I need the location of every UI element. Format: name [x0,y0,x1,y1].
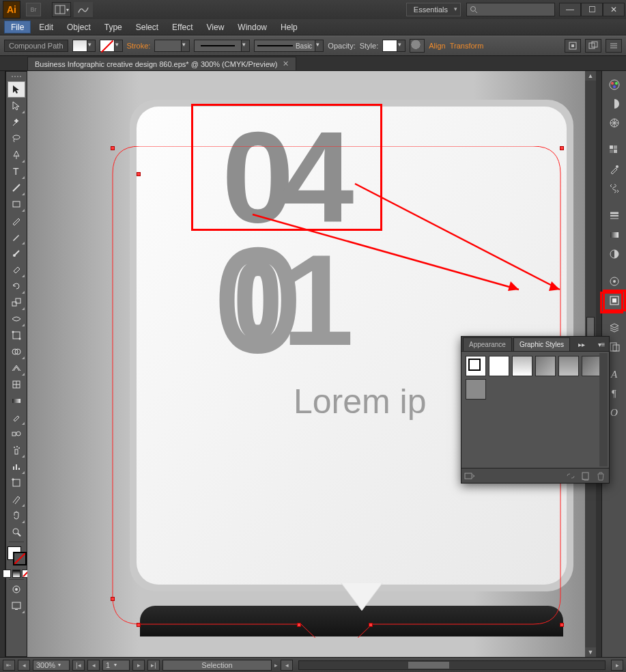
menu-edit[interactable]: Edit [32,19,60,35]
shape-builder-tool[interactable] [8,344,25,360]
graphic-styles-icon[interactable] [605,292,624,309]
swatches-icon[interactable] [605,141,624,159]
menu-object[interactable]: Object [60,19,98,35]
hscroll-left-icon[interactable]: ◂ [281,660,293,671]
nav-prev-icon[interactable]: ◂ [87,660,100,671]
variable-width-profile[interactable] [194,40,242,52]
status-menu-icon[interactable]: ▸ [274,662,278,669]
prev-view-icon[interactable]: ◂ [18,660,30,671]
layers-icon[interactable] [605,319,624,337]
color-guide-icon[interactable] [605,95,624,113]
rotate-tool[interactable] [8,278,25,294]
style-swatch[interactable] [535,356,556,376]
style-swatch[interactable] [558,356,579,376]
bridge-icon[interactable]: Br [26,3,41,16]
tools-grip[interactable] [6,73,27,80]
style-dropdown[interactable] [397,40,406,52]
nav-last-icon[interactable]: ▸| [147,660,160,671]
pen-tool[interactable] [8,147,25,163]
workspace-switcher[interactable]: Essentials [406,3,461,16]
panel-menu-icon[interactable]: ▾≡ [594,337,609,351]
menu-select[interactable]: Select [129,19,165,35]
maximize-button[interactable]: ☐ [581,3,603,16]
panel-collapse-icon[interactable]: ▸▸ [574,337,589,351]
stroke-weight-dropdown[interactable] [182,40,190,52]
width-profile-dropdown[interactable] [242,40,250,52]
menu-type[interactable]: Type [98,19,129,35]
first-artboard-icon[interactable]: ⇤ [3,660,15,671]
horizontal-scrollbar[interactable] [298,660,606,670]
type-tool[interactable]: T [8,163,25,180]
blob-brush-tool[interactable] [8,245,25,262]
zoom-tool[interactable] [8,524,25,540]
hscroll-thumb[interactable] [408,662,449,669]
gradient-panel-icon[interactable] [605,226,624,244]
stroke-swatch[interactable] [100,40,115,52]
rectangle-tool[interactable] [8,196,25,212]
tab-appearance[interactable]: Appearance [463,337,512,351]
document-tab[interactable]: Business Infographic creative design 860… [27,57,296,70]
nav-first-icon[interactable]: |◂ [72,660,85,671]
screen-mode[interactable] [8,598,25,614]
panel-scrollbar[interactable] [599,353,608,466]
close-button[interactable]: ✕ [603,3,625,16]
perspective-grid-tool[interactable] [8,360,25,376]
slice-tool[interactable] [8,491,25,507]
align-link[interactable]: Align [429,42,445,50]
selection-tool[interactable] [8,81,25,98]
break-link-icon[interactable] [565,471,576,481]
graphic-styles-panel[interactable]: Appearance Graphic Styles ▸▸ ▾≡ [461,336,610,484]
symbols-icon[interactable] [605,180,624,197]
scroll-down-icon[interactable]: ▼ [585,647,596,657]
appearance-icon[interactable] [605,272,624,290]
brush-dropdown[interactable] [315,40,324,52]
menu-effect[interactable]: Effect [165,19,199,35]
artboard-nav-field[interactable]: 1▾ [102,660,130,671]
scroll-up-icon[interactable]: ▲ [585,71,596,81]
line-tool[interactable] [8,180,25,196]
style-swatch[interactable] [489,356,509,376]
tab-graphic-styles[interactable]: Graphic Styles [513,337,570,351]
delete-style-icon[interactable] [595,471,606,481]
fill-dropdown[interactable] [87,40,96,52]
symbol-sprayer-tool[interactable] [8,442,25,458]
blend-tool[interactable] [8,425,25,442]
menu-view[interactable]: View [200,19,231,35]
draw-mode-normal[interactable] [8,581,25,598]
brushes-icon[interactable] [605,160,624,178]
stroke-weight-field[interactable] [154,40,182,52]
recolor-artwork-icon[interactable] [410,39,425,53]
pencil-tool[interactable] [8,229,25,245]
scale-tool[interactable] [8,294,25,311]
fill-stroke-control[interactable] [6,545,27,568]
style-swatch-default[interactable] [466,356,486,376]
direct-selection-tool[interactable] [8,98,25,114]
lasso-tool[interactable] [8,130,25,147]
library-menu-icon[interactable] [464,471,475,481]
style-swatch[interactable] [512,356,532,376]
isolate-object-icon[interactable] [565,39,581,53]
free-transform-tool[interactable] [8,327,25,344]
zoom-field[interactable]: 300%▾ [33,660,70,671]
new-style-icon[interactable] [580,471,591,481]
close-tab-icon[interactable]: ✕ [283,59,289,68]
color-mode-row[interactable] [3,570,30,578]
minimize-button[interactable]: — [559,3,581,16]
paintbrush-tool[interactable] [8,212,25,229]
artboard-tool[interactable] [8,475,25,491]
mesh-tool[interactable] [8,376,25,393]
eyedropper-tool[interactable] [8,409,25,425]
gradient-tool[interactable] [8,393,25,409]
brush-definition[interactable]: Basic [254,40,315,52]
stroke-label-link[interactable]: Stroke: [127,42,151,50]
nav-next-icon[interactable]: ▸ [132,660,145,671]
arrange-documents-button[interactable]: ▾ [52,2,71,17]
style-swatch[interactable] [466,379,486,400]
menu-window[interactable]: Window [231,19,274,35]
color-panel-icon[interactable] [605,76,624,94]
search-input[interactable] [466,3,555,16]
opacity-label-link[interactable]: Opacity: [328,42,355,50]
graphic-style-well[interactable] [382,40,397,52]
transform-link[interactable]: Transform [450,42,484,50]
width-tool[interactable] [8,311,25,327]
